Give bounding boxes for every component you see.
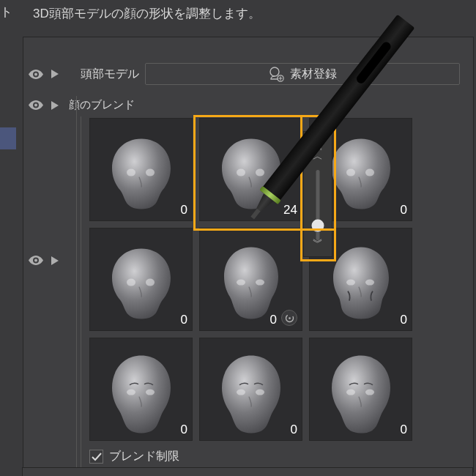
svg-point-22 xyxy=(256,389,264,395)
selection-indicator xyxy=(0,127,16,149)
face-blend-cell[interactable]: 0 xyxy=(309,338,412,441)
svg-point-0 xyxy=(34,72,37,75)
header-row: 頭部モデル 素材登録 xyxy=(23,61,473,87)
blend-limit-checkbox[interactable] xyxy=(89,450,103,464)
head-thumbnail xyxy=(97,343,185,439)
head-thumbnail xyxy=(207,343,295,439)
svg-point-20 xyxy=(146,389,155,395)
blend-value: 0 xyxy=(291,423,297,437)
blend-value: 24 xyxy=(283,203,297,217)
svg-point-7 xyxy=(237,168,245,176)
register-label: 素材登録 xyxy=(290,67,337,82)
svg-point-9 xyxy=(346,168,355,176)
blend-limit-label: ブレンド制限 xyxy=(109,449,179,464)
visibility-toggle[interactable] xyxy=(26,252,45,269)
blend-value: 0 xyxy=(181,313,187,327)
svg-point-13 xyxy=(237,279,245,285)
panel-description: 3D頭部モデルの顔の形状を調整します。 xyxy=(33,5,261,22)
svg-point-3 xyxy=(34,104,37,107)
timer-icon[interactable] xyxy=(281,310,297,326)
register-material-button[interactable]: 素材登録 xyxy=(145,63,460,85)
slider-thumb[interactable] xyxy=(312,220,324,232)
svg-point-11 xyxy=(127,278,135,286)
svg-point-6 xyxy=(146,168,155,176)
blend-value: 0 xyxy=(270,313,277,327)
svg-point-19 xyxy=(127,389,135,395)
svg-point-17 xyxy=(346,279,355,285)
svg-point-10 xyxy=(365,168,374,176)
head-model-panel: 頭部モデル 素材登録 顔のブレンド 0 xyxy=(23,37,474,472)
bottom-bar xyxy=(22,467,473,476)
blend-value: 0 xyxy=(181,423,187,437)
svg-point-14 xyxy=(256,279,264,285)
expand-toggle[interactable] xyxy=(47,65,63,83)
svg-point-16 xyxy=(289,317,291,319)
face-blend-grid: 0 24 0 0 xyxy=(89,118,412,441)
svg-point-23 xyxy=(346,389,355,395)
tree-line xyxy=(81,116,81,468)
head-thumbnail xyxy=(97,124,185,219)
svg-point-21 xyxy=(237,389,245,395)
face-blend-cell[interactable]: 0 xyxy=(89,228,193,331)
svg-point-5 xyxy=(127,168,135,176)
blend-value: 0 xyxy=(181,203,187,217)
truncated-text: ト xyxy=(0,4,12,21)
face-blend-label: 顔のブレンド xyxy=(69,98,135,112)
head-add-icon xyxy=(268,66,284,82)
svg-point-1 xyxy=(270,67,279,76)
svg-point-4 xyxy=(34,259,37,262)
expand-toggle[interactable] xyxy=(47,252,63,269)
section-row: 顔のブレンド xyxy=(23,94,473,116)
face-blend-cell[interactable]: 0 xyxy=(199,338,302,441)
face-blend-cell[interactable]: 0 xyxy=(199,228,302,331)
visibility-toggle[interactable] xyxy=(26,65,45,83)
svg-point-12 xyxy=(146,278,155,286)
svg-point-18 xyxy=(365,279,374,285)
face-blend-cell[interactable]: 0 xyxy=(89,338,193,441)
svg-point-8 xyxy=(256,168,264,176)
svg-point-24 xyxy=(365,389,374,395)
blend-value: 0 xyxy=(401,313,407,327)
head-thumbnail xyxy=(97,234,185,329)
expand-toggle[interactable] xyxy=(47,97,63,114)
blend-value: 0 xyxy=(401,203,407,217)
visibility-toggle[interactable] xyxy=(26,97,45,114)
face-blend-cell[interactable]: 0 xyxy=(89,118,193,221)
blend-value: 0 xyxy=(401,423,407,437)
head-thumbnail xyxy=(317,343,405,439)
tree-line xyxy=(76,96,77,472)
model-label: 頭部モデル xyxy=(81,67,139,82)
blend-limit-row: ブレンド制限 xyxy=(89,449,179,464)
